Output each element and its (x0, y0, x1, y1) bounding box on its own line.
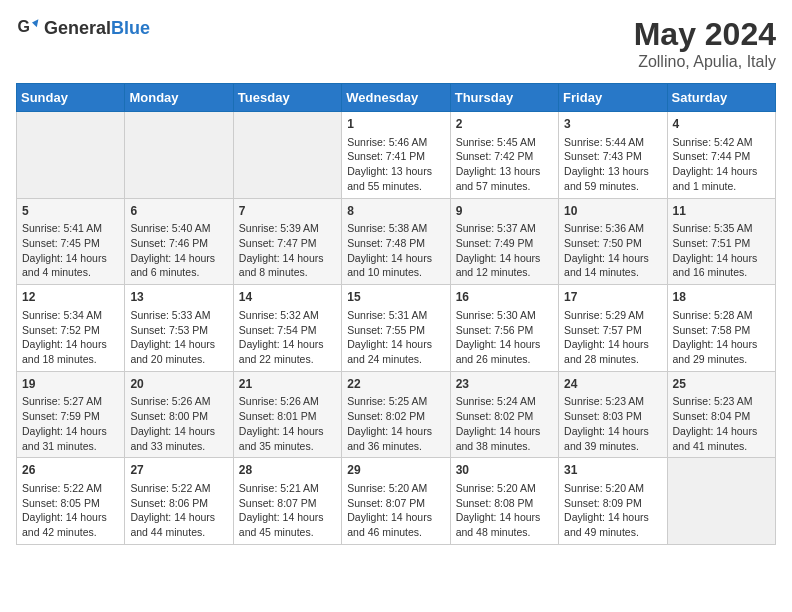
day-number: 22 (347, 376, 444, 393)
page-header: G GeneralBlue May 2024 Zollino, Apulia, … (16, 16, 776, 71)
calendar-day-cell: 29Sunrise: 5:20 AMSunset: 8:07 PMDayligh… (342, 458, 450, 545)
day-info-line: Sunrise: 5:37 AM (456, 221, 553, 236)
title-area: May 2024 Zollino, Apulia, Italy (634, 16, 776, 71)
day-info-line: Sunrise: 5:44 AM (564, 135, 661, 150)
day-info-line: Daylight: 14 hours and 41 minutes. (673, 424, 770, 453)
day-of-week-header: Friday (559, 84, 667, 112)
day-info-line: Sunrise: 5:30 AM (456, 308, 553, 323)
day-info-line: Daylight: 14 hours and 49 minutes. (564, 510, 661, 539)
calendar-day-cell: 24Sunrise: 5:23 AMSunset: 8:03 PMDayligh… (559, 371, 667, 458)
day-info-line: Daylight: 14 hours and 8 minutes. (239, 251, 336, 280)
day-info-line: Sunrise: 5:23 AM (564, 394, 661, 409)
day-info-line: Daylight: 13 hours and 57 minutes. (456, 164, 553, 193)
day-info-line: Daylight: 14 hours and 36 minutes. (347, 424, 444, 453)
day-info-line: Daylight: 14 hours and 14 minutes. (564, 251, 661, 280)
day-info-line: Daylight: 14 hours and 4 minutes. (22, 251, 119, 280)
day-info-line: Sunset: 7:52 PM (22, 323, 119, 338)
calendar-day-cell: 23Sunrise: 5:24 AMSunset: 8:02 PMDayligh… (450, 371, 558, 458)
logo: G GeneralBlue (16, 16, 150, 40)
day-info-line: Sunset: 7:51 PM (673, 236, 770, 251)
day-info-line: Sunset: 7:48 PM (347, 236, 444, 251)
day-info-line: Daylight: 13 hours and 55 minutes. (347, 164, 444, 193)
day-of-week-header: Tuesday (233, 84, 341, 112)
day-number: 29 (347, 462, 444, 479)
day-info-line: Daylight: 14 hours and 22 minutes. (239, 337, 336, 366)
day-info-line: Daylight: 14 hours and 26 minutes. (456, 337, 553, 366)
day-number: 20 (130, 376, 227, 393)
logo-text-general: General (44, 18, 111, 38)
day-of-week-header: Monday (125, 84, 233, 112)
calendar-day-cell: 22Sunrise: 5:25 AMSunset: 8:02 PMDayligh… (342, 371, 450, 458)
day-info-line: Sunset: 8:09 PM (564, 496, 661, 511)
calendar-day-cell (667, 458, 775, 545)
calendar-day-cell: 21Sunrise: 5:26 AMSunset: 8:01 PMDayligh… (233, 371, 341, 458)
day-info-line: Sunrise: 5:24 AM (456, 394, 553, 409)
day-number: 12 (22, 289, 119, 306)
day-info-line: Sunrise: 5:21 AM (239, 481, 336, 496)
day-info-line: Sunrise: 5:20 AM (564, 481, 661, 496)
calendar-day-cell: 16Sunrise: 5:30 AMSunset: 7:56 PMDayligh… (450, 285, 558, 372)
day-info-line: Daylight: 14 hours and 16 minutes. (673, 251, 770, 280)
day-number: 23 (456, 376, 553, 393)
day-info-line: Daylight: 14 hours and 39 minutes. (564, 424, 661, 453)
day-info-line: Sunrise: 5:36 AM (564, 221, 661, 236)
day-number: 11 (673, 203, 770, 220)
day-number: 30 (456, 462, 553, 479)
calendar-day-cell: 31Sunrise: 5:20 AMSunset: 8:09 PMDayligh… (559, 458, 667, 545)
day-number: 3 (564, 116, 661, 133)
calendar-day-cell: 19Sunrise: 5:27 AMSunset: 7:59 PMDayligh… (17, 371, 125, 458)
day-info-line: Sunset: 7:49 PM (456, 236, 553, 251)
day-info-line: Sunset: 8:02 PM (347, 409, 444, 424)
calendar-day-cell: 1Sunrise: 5:46 AMSunset: 7:41 PMDaylight… (342, 112, 450, 199)
day-info-line: Daylight: 14 hours and 48 minutes. (456, 510, 553, 539)
svg-marker-1 (32, 19, 38, 27)
day-info-line: Sunrise: 5:33 AM (130, 308, 227, 323)
day-info-line: Sunset: 7:41 PM (347, 149, 444, 164)
day-number: 25 (673, 376, 770, 393)
svg-text:G: G (18, 18, 30, 35)
day-info-line: Sunrise: 5:22 AM (22, 481, 119, 496)
day-info-line: Sunrise: 5:26 AM (130, 394, 227, 409)
day-info-line: Sunset: 7:55 PM (347, 323, 444, 338)
calendar-day-cell (17, 112, 125, 199)
day-info-line: Sunrise: 5:42 AM (673, 135, 770, 150)
day-info-line: Sunrise: 5:40 AM (130, 221, 227, 236)
day-info-line: Sunset: 7:59 PM (22, 409, 119, 424)
day-info-line: Daylight: 14 hours and 29 minutes. (673, 337, 770, 366)
day-info-line: Sunset: 7:42 PM (456, 149, 553, 164)
day-info-line: Sunrise: 5:27 AM (22, 394, 119, 409)
day-info-line: Sunset: 7:44 PM (673, 149, 770, 164)
day-number: 19 (22, 376, 119, 393)
day-info-line: Sunrise: 5:28 AM (673, 308, 770, 323)
day-info-line: Sunrise: 5:20 AM (347, 481, 444, 496)
location-subtitle: Zollino, Apulia, Italy (634, 53, 776, 71)
calendar-day-cell (233, 112, 341, 199)
day-info-line: Sunset: 8:07 PM (347, 496, 444, 511)
calendar-day-cell: 15Sunrise: 5:31 AMSunset: 7:55 PMDayligh… (342, 285, 450, 372)
day-info-line: Sunrise: 5:29 AM (564, 308, 661, 323)
day-info-line: Daylight: 14 hours and 42 minutes. (22, 510, 119, 539)
logo-text-blue: Blue (111, 18, 150, 38)
day-info-line: Daylight: 14 hours and 31 minutes. (22, 424, 119, 453)
day-of-week-header: Thursday (450, 84, 558, 112)
calendar-day-cell: 2Sunrise: 5:45 AMSunset: 7:42 PMDaylight… (450, 112, 558, 199)
day-info-line: Daylight: 14 hours and 35 minutes. (239, 424, 336, 453)
day-info-line: Sunset: 8:06 PM (130, 496, 227, 511)
day-number: 8 (347, 203, 444, 220)
calendar-day-cell: 3Sunrise: 5:44 AMSunset: 7:43 PMDaylight… (559, 112, 667, 199)
calendar-day-cell: 28Sunrise: 5:21 AMSunset: 8:07 PMDayligh… (233, 458, 341, 545)
day-info-line: Daylight: 14 hours and 45 minutes. (239, 510, 336, 539)
calendar-table: SundayMondayTuesdayWednesdayThursdayFrid… (16, 83, 776, 545)
day-info-line: Daylight: 14 hours and 24 minutes. (347, 337, 444, 366)
day-of-week-header: Saturday (667, 84, 775, 112)
day-info-line: Daylight: 14 hours and 20 minutes. (130, 337, 227, 366)
day-number: 7 (239, 203, 336, 220)
day-number: 6 (130, 203, 227, 220)
calendar-week-row: 19Sunrise: 5:27 AMSunset: 7:59 PMDayligh… (17, 371, 776, 458)
calendar-week-row: 1Sunrise: 5:46 AMSunset: 7:41 PMDaylight… (17, 112, 776, 199)
day-of-week-header: Wednesday (342, 84, 450, 112)
day-info-line: Daylight: 13 hours and 59 minutes. (564, 164, 661, 193)
day-info-line: Sunset: 7:43 PM (564, 149, 661, 164)
day-info-line: Sunset: 7:56 PM (456, 323, 553, 338)
day-info-line: Sunrise: 5:32 AM (239, 308, 336, 323)
